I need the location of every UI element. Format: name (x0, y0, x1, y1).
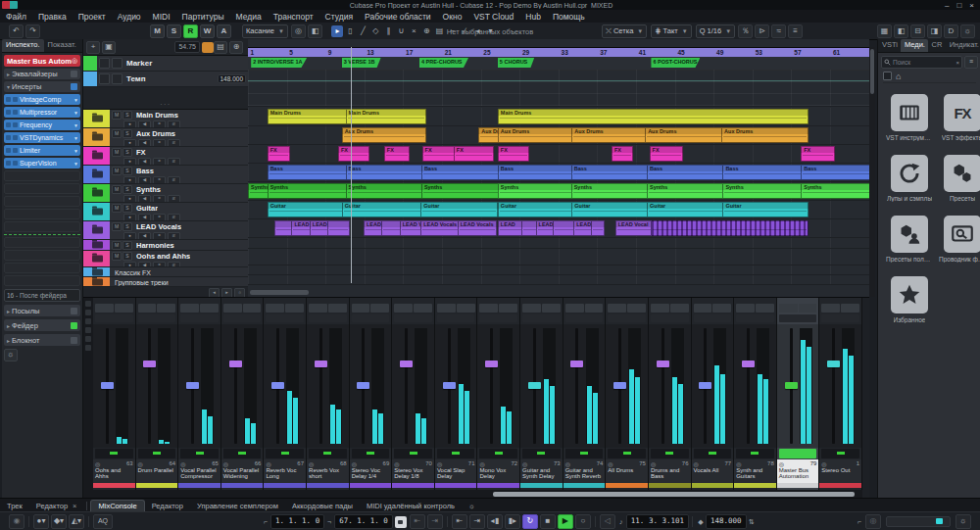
bottom-tab-редактор[interactable]: Редактор× (29, 501, 84, 511)
solo-button[interactable] (712, 304, 731, 313)
inspector-section-inserts[interactable]: ▾Инсерты (4, 81, 80, 92)
clip-row-synths[interactable]: SynthsSynthsSynthsSynthsSynthsSynthsSynt… (248, 182, 869, 201)
freeze-icon[interactable]: ≋ (168, 176, 180, 184)
solo-button[interactable] (200, 304, 219, 313)
menu-item-окно[interactable]: Окно (437, 12, 468, 22)
marker-icon[interactable]: ⌐ (855, 518, 864, 525)
layout-right-zone-icon[interactable]: ◨ (927, 24, 942, 38)
insert-slot-supervision[interactable]: SuperVision▼ (4, 158, 80, 169)
menu-item-файл[interactable]: Файл (0, 12, 32, 22)
channel-rack-slot[interactable] (479, 314, 517, 322)
media-tile-проводник-файлов[interactable]: Проводник файлов (939, 216, 980, 263)
mute-button[interactable]: M (112, 148, 122, 157)
lane-icon[interactable]: = (153, 232, 166, 240)
mute-button[interactable] (651, 304, 669, 313)
record-enable-icon[interactable]: ● (123, 176, 136, 184)
lower-zone-tab-управление-семплером[interactable]: Управление семплером (190, 501, 285, 511)
clip-synths[interactable]: Synths (571, 183, 653, 199)
channel-rack-slot[interactable] (736, 314, 774, 322)
pan-control[interactable] (479, 449, 517, 458)
sync-icon[interactable]: ◎ (865, 514, 881, 529)
solo-button[interactable] (457, 304, 475, 313)
folder-icon[interactable] (86, 251, 110, 266)
fader-handle[interactable] (657, 361, 669, 367)
clip-guitar[interactable]: Guitar (647, 202, 728, 217)
go-to-start-button[interactable]: ⇤ (452, 514, 467, 529)
monitor-icon[interactable]: ◀ (138, 120, 151, 128)
lower-zone-tab-mixconsole[interactable]: MixConsole (90, 500, 144, 511)
media-list-view-icon[interactable]: ≡ (964, 56, 978, 69)
activate-project-icon[interactable]: ◉ (9, 514, 24, 529)
pinned-track-marker[interactable]: Marker (83, 56, 248, 72)
solo-button[interactable] (499, 304, 517, 313)
solo-button[interactable]: S (122, 241, 132, 250)
clip-lead-vocals[interactable] (591, 220, 605, 236)
channel-nameplate[interactable]: ◎73Guitar and Synth Delay (520, 459, 563, 488)
pan-control[interactable] (95, 449, 133, 458)
go-to-end-button[interactable]: ⇥ (469, 514, 485, 529)
clip-aux-drums[interactable]: Aux Drums (645, 127, 727, 143)
channel-strip-stereo-out[interactable]: ◎1Stereo Out (819, 298, 862, 499)
inspector-section-посылы[interactable]: ▸Посылы (4, 305, 80, 316)
insert-edit-icon[interactable] (13, 135, 18, 140)
selected-track-name[interactable]: Master Bus Autom◎ (4, 55, 80, 67)
punch-out-icon[interactable]: ⇥ (427, 514, 443, 529)
mute-button[interactable] (309, 304, 327, 313)
folder-icon[interactable] (86, 184, 110, 202)
fader-handle[interactable] (186, 382, 199, 389)
mixer-left-icon[interactable] (85, 310, 91, 315)
fader-handle[interactable] (613, 382, 626, 389)
clip-guitar[interactable]: Guitar (420, 202, 497, 217)
position-display[interactable]: 11. 3. 3.101 (626, 514, 689, 529)
file-browser-icon[interactable] (944, 216, 980, 253)
channel-nameplate[interactable]: ◎76Drums and Bass (649, 459, 691, 488)
tempo-value[interactable]: 148.000 (218, 74, 247, 83)
clip-row-lead-vocals[interactable]: LEADLEAD VLEAD VLEAD VLEAD VocalsLEAD Vo… (248, 219, 869, 238)
user-presets-icon[interactable] (891, 216, 928, 253)
media-search-input[interactable]: Поиск × (881, 56, 962, 69)
redo-icon[interactable]: ↷ (25, 24, 40, 38)
tempo-lane[interactable] (248, 70, 869, 107)
clip-guitar[interactable]: Guitar (571, 202, 653, 217)
lower-zone-tab-midi-удалённый-контроль[interactable]: MIDI удалённый контроль (360, 501, 462, 511)
inspector-tab-инспекто[interactable]: Инспекто. (2, 39, 44, 52)
monitor-icon[interactable]: ◀ (138, 214, 151, 221)
transport-settings-gear-icon[interactable]: ☼ (956, 514, 971, 529)
empty-insert-slot[interactable] (4, 209, 80, 219)
channel-strip-drum-parallel[interactable]: ◎64Drum Parallel (136, 298, 179, 499)
channel-nameplate[interactable]: ◎69Stereo Voc Delay 1/4 (350, 459, 392, 488)
insert-slot-frequency[interactable]: Frequency▼ (4, 120, 80, 130)
clip-lead-vocals[interactable] (327, 220, 349, 236)
mixer-scrollbar-thumb[interactable] (493, 492, 855, 497)
split-tool[interactable]: ∥ (382, 25, 394, 37)
marker-5-chorus[interactable]: 5 CHORUS (498, 58, 534, 68)
clip-guitar[interactable]: Guitar (268, 202, 348, 217)
channel-nameplate[interactable]: ◎71Vocal Slap Delay (435, 459, 477, 488)
right-zone-tab-индикат[interactable]: Индикат. (946, 39, 980, 52)
automation-w-button[interactable]: W (200, 24, 215, 38)
horizontal-scrollbar[interactable] (250, 290, 309, 295)
solo-button[interactable] (370, 304, 389, 313)
solo-button[interactable]: S (122, 204, 132, 213)
mute-button[interactable] (437, 304, 456, 313)
track-search-icon[interactable]: ⊕ (229, 41, 243, 54)
channel-rack-slot[interactable] (180, 314, 219, 322)
clip-main-drums[interactable]: Main Drums (498, 109, 808, 124)
automation-r-button[interactable]: R (183, 24, 198, 38)
solo-button[interactable] (414, 304, 432, 313)
empty-insert-slot[interactable] (4, 237, 80, 248)
mute-tool[interactable]: × (408, 25, 419, 37)
range-selection-tool[interactable]: ▯ (344, 25, 356, 37)
track-row-lead-vocals[interactable]: MSLEAD Vocals●◀=≋ (83, 221, 248, 240)
punch-in-icon[interactable]: ⇤ (410, 514, 425, 529)
clip-bass[interactable]: Bass (801, 165, 869, 180)
folder-icon[interactable] (86, 166, 110, 183)
object-selection-tool[interactable]: ▸ (331, 25, 343, 37)
pan-control[interactable] (180, 449, 219, 458)
automation-mode-dropdown[interactable]: Касание▼ (242, 24, 288, 38)
close-tab-icon[interactable]: × (73, 502, 76, 510)
menu-item-транспорт[interactable]: Транспорт (268, 12, 319, 22)
pan-control[interactable] (779, 449, 817, 458)
channel-strip-synth-and-guitars[interactable]: ◎78Synth and Guitars (734, 298, 777, 499)
channel-rack-slot[interactable] (223, 314, 262, 322)
